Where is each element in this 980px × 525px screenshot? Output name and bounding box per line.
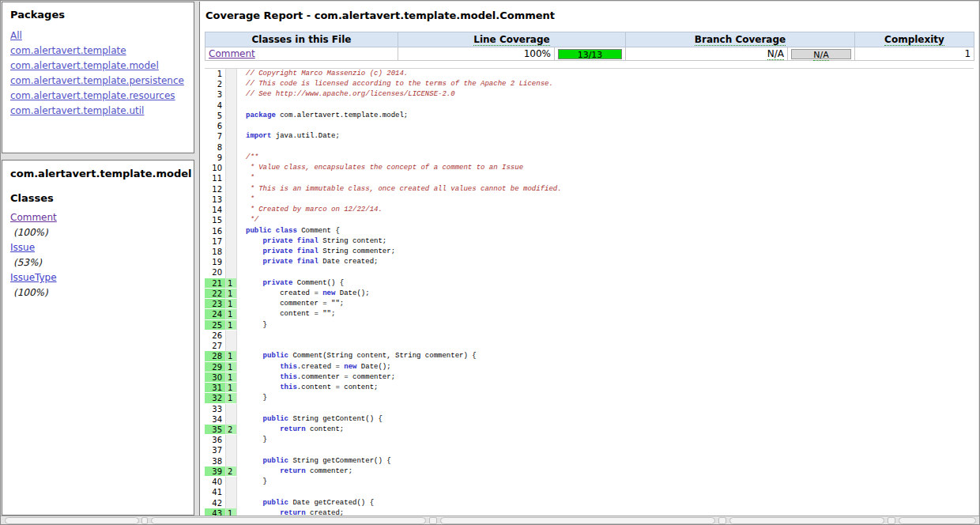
class-link[interactable]: Comment <box>10 212 57 223</box>
code-text: * Created by marco on 12/22/14. <box>237 205 383 215</box>
hit-count <box>226 435 237 445</box>
header-branch-coverage: Branch Coverage <box>626 32 855 47</box>
line-number: 5 <box>205 111 226 121</box>
line-number: 21 <box>205 278 226 289</box>
scrollbar-thumb[interactable] <box>5 517 139 524</box>
code-text: * <box>237 195 254 205</box>
scrollbar-button[interactable] <box>718 517 726 524</box>
hit-count <box>226 456 237 466</box>
scrollbar-thumb[interactable] <box>440 517 715 524</box>
line-number: 36 <box>205 435 226 445</box>
hit-count: 1 <box>226 278 237 289</box>
code-text: this.commenter = commenter; <box>237 372 395 383</box>
hit-count <box>226 215 237 225</box>
scrollbar-button[interactable] <box>141 517 148 524</box>
hit-count <box>226 341 237 351</box>
package-link[interactable]: com.alertavert.template.resources <box>10 90 175 101</box>
line-number: 35 <box>205 425 226 435</box>
line-coverage-bar-cell: 13/13 <box>555 47 626 61</box>
line-number: 39 <box>205 466 226 477</box>
hit-count <box>226 100 237 111</box>
code-line: 42 public Date getCreated() { <box>205 498 974 508</box>
hit-count <box>226 498 237 508</box>
summary-row: Comment 100% 13/13 N/A N/A 1 <box>205 47 974 61</box>
class-link[interactable]: IssueType <box>10 272 57 283</box>
code-text <box>237 341 246 351</box>
code-text: public String getContent() { <box>237 414 383 425</box>
code-line: 17 private final String content; <box>205 236 974 247</box>
hit-count: 1 <box>226 299 237 309</box>
scrollbar-button[interactable] <box>429 517 437 524</box>
package-link[interactable]: All <box>10 30 22 41</box>
scrollbar-thumb[interactable] <box>899 517 976 524</box>
code-text: } <box>237 435 267 445</box>
line-number: 28 <box>205 351 226 361</box>
header-classes-in-file: Classes in this File <box>205 32 398 47</box>
package-link[interactable]: com.alertavert.template.util <box>10 105 144 116</box>
class-link[interactable]: Issue <box>10 242 35 253</box>
package-link[interactable]: com.alertavert.template <box>10 45 126 56</box>
bottom-scrollbar-strip <box>1 516 979 524</box>
hit-count: 1 <box>226 393 237 403</box>
line-number: 34 <box>205 414 226 425</box>
branch-coverage-percent: N/A <box>626 47 788 61</box>
line-number: 19 <box>205 257 226 267</box>
class-links: Comment(100%)Issue(53%)IssueType(100%) <box>10 212 186 298</box>
hit-count <box>226 79 237 89</box>
code-text: /** <box>237 153 258 163</box>
line-number: 42 <box>205 498 226 508</box>
code-text <box>237 445 246 455</box>
source-code-listing: 1// Copyright Marco Massenzio (c) 2014.2… <box>205 68 974 516</box>
code-text: } <box>237 320 267 330</box>
code-text: */ <box>237 215 258 225</box>
line-number: 13 <box>205 195 226 205</box>
code-line: 2// This code is licensed according to t… <box>205 79 974 89</box>
class-list-item: IssueType(100%) <box>10 272 186 298</box>
class-coverage-percent: (53%) <box>13 257 42 268</box>
code-text: created = new Date(); <box>237 289 370 299</box>
hit-count <box>226 330 237 341</box>
hit-count <box>226 247 237 257</box>
scrollbar-thumb[interactable] <box>729 517 884 524</box>
package-link[interactable]: com.alertavert.template.model <box>10 60 159 71</box>
code-text: * <box>237 173 254 183</box>
line-number: 40 <box>205 477 226 487</box>
hit-count <box>226 69 237 79</box>
package-link[interactable]: com.alertavert.template.persistence <box>10 75 184 86</box>
current-package-title: com.alertavert.template.model <box>10 168 186 179</box>
hit-count <box>226 111 237 121</box>
hit-count: 2 <box>226 425 237 435</box>
code-line: 8 <box>205 142 974 153</box>
scrollbar-button[interactable] <box>888 517 895 524</box>
code-text: } <box>237 393 267 403</box>
line-number: 43 <box>205 508 226 516</box>
line-number: 17 <box>205 236 226 247</box>
line-number: 25 <box>205 320 226 330</box>
code-text: * Value class, encapsulates the concept … <box>237 163 523 173</box>
code-text: private final String commenter; <box>237 247 395 257</box>
line-number: 22 <box>205 289 226 299</box>
class-link-comment[interactable]: Comment <box>209 48 255 59</box>
scrollbar-thumb[interactable] <box>151 517 426 524</box>
classes-title: Classes <box>10 192 186 204</box>
code-line: 311 this.content = content; <box>205 383 974 393</box>
code-text <box>237 100 246 111</box>
code-line: 41 <box>205 487 974 497</box>
summary-header-row: Classes in this File Line Coverage Branc… <box>205 32 974 47</box>
hit-count <box>226 445 237 455</box>
hit-count <box>226 153 237 163</box>
package-links: Allcom.alertavert.templatecom.alertavert… <box>10 30 186 116</box>
line-number: 10 <box>205 163 226 173</box>
code-text <box>237 330 246 341</box>
hit-count <box>226 487 237 497</box>
code-line: 4 <box>205 100 974 111</box>
hit-count <box>226 404 237 414</box>
line-number: 24 <box>205 309 226 319</box>
code-line: 14 * Created by marco on 12/22/14. <box>205 205 974 215</box>
line-number: 3 <box>205 89 226 100</box>
code-text <box>237 121 246 131</box>
line-number: 14 <box>205 205 226 215</box>
branch-coverage-bar: N/A <box>791 49 851 59</box>
code-line: 10 * Value class, encapsulates the conce… <box>205 163 974 173</box>
line-number: 20 <box>205 267 226 278</box>
